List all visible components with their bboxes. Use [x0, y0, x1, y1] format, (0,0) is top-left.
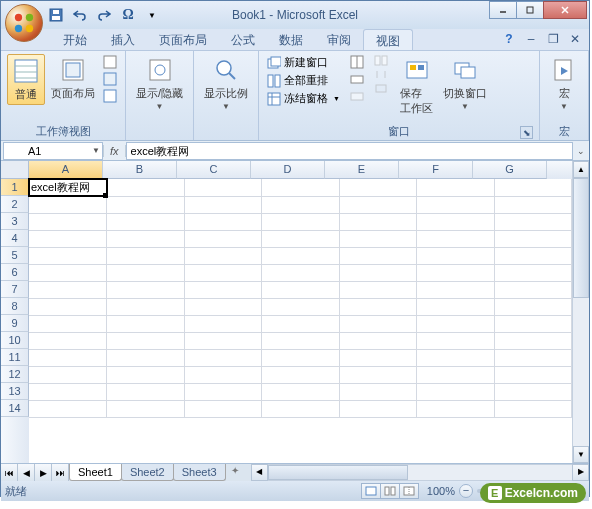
formula-input[interactable]: excel教程网 [126, 142, 573, 160]
next-sheet-icon[interactable]: ▶ [35, 464, 52, 481]
zoom-out-button[interactable]: − [459, 484, 473, 498]
cell[interactable] [494, 349, 572, 366]
cell[interactable] [339, 213, 417, 230]
horizontal-scrollbar[interactable]: ◀ ▶ [251, 464, 589, 481]
cell[interactable] [339, 400, 417, 417]
vertical-scrollbar[interactable]: ▲ ▼ [572, 161, 589, 463]
cell[interactable] [184, 230, 262, 247]
cell[interactable] [417, 366, 495, 383]
cell[interactable] [29, 366, 107, 383]
cell[interactable] [29, 281, 107, 298]
column-header[interactable]: B [103, 161, 177, 179]
cell[interactable] [107, 366, 185, 383]
cell[interactable] [107, 247, 185, 264]
cell[interactable] [494, 383, 572, 400]
sheet-tab[interactable]: Sheet1 [69, 464, 122, 481]
cell[interactable] [107, 383, 185, 400]
undo-icon[interactable] [70, 5, 90, 25]
row-header[interactable]: 7 [1, 281, 29, 298]
doc-close-button[interactable]: ✕ [567, 31, 583, 47]
cell[interactable] [339, 349, 417, 366]
cell[interactable] [339, 298, 417, 315]
cell[interactable] [494, 247, 572, 264]
cell[interactable] [29, 383, 107, 400]
cell[interactable] [417, 298, 495, 315]
row-header[interactable]: 9 [1, 315, 29, 332]
row-header[interactable]: 4 [1, 230, 29, 247]
hide-button[interactable] [348, 71, 366, 87]
tab-review[interactable]: 审阅 [315, 29, 363, 50]
cell[interactable] [262, 196, 340, 213]
scroll-left-icon[interactable]: ◀ [251, 464, 268, 481]
prev-sheet-icon[interactable]: ◀ [18, 464, 35, 481]
cell[interactable] [339, 383, 417, 400]
switch-windows-button[interactable]: 切换窗口 ▼ [439, 54, 491, 113]
cell[interactable] [184, 196, 262, 213]
window-launcher-icon[interactable]: ⬊ [520, 126, 533, 139]
cell[interactable] [262, 315, 340, 332]
column-header[interactable]: E [325, 161, 399, 179]
cell[interactable] [262, 179, 340, 196]
cell[interactable] [29, 264, 107, 281]
cell[interactable] [107, 315, 185, 332]
pagebreak-preview-button[interactable] [101, 54, 119, 70]
help-icon[interactable]: ? [501, 31, 517, 47]
cell[interactable] [184, 400, 262, 417]
office-button[interactable] [5, 4, 43, 42]
pagebreak-statusbtn[interactable] [399, 483, 419, 499]
cell[interactable] [494, 196, 572, 213]
cell[interactable] [339, 230, 417, 247]
select-all-button[interactable] [1, 161, 29, 179]
cell[interactable] [494, 366, 572, 383]
cell[interactable] [29, 349, 107, 366]
zoom-button[interactable]: 显示比例 ▼ [200, 54, 252, 113]
cell[interactable] [494, 281, 572, 298]
normal-view-button[interactable]: 普通 [7, 54, 45, 105]
cell[interactable] [262, 247, 340, 264]
cell[interactable] [417, 281, 495, 298]
doc-restore-button[interactable]: ❐ [545, 31, 561, 47]
sheet-tab[interactable]: Sheet3 [173, 464, 226, 481]
unhide-button[interactable] [348, 88, 366, 104]
cell[interactable] [184, 315, 262, 332]
cells-area[interactable]: excel教程网 [29, 179, 572, 463]
arrange-all-button[interactable]: 全部重排 [265, 72, 342, 89]
cell[interactable] [184, 349, 262, 366]
cell[interactable] [107, 196, 185, 213]
scroll-down-icon[interactable]: ▼ [573, 446, 589, 463]
fullscreen-button[interactable] [101, 88, 119, 104]
cell[interactable] [494, 230, 572, 247]
pagelayout-view-button[interactable]: 页面布局 [47, 54, 99, 103]
column-header[interactable]: A [29, 161, 103, 179]
cell[interactable] [262, 213, 340, 230]
cell[interactable] [107, 264, 185, 281]
name-box[interactable]: A1▼ [3, 142, 103, 160]
cell[interactable] [262, 400, 340, 417]
cell[interactable] [494, 298, 572, 315]
row-header[interactable]: 10 [1, 332, 29, 349]
cell[interactable] [417, 349, 495, 366]
qat-dropdown-icon[interactable]: ▼ [142, 5, 162, 25]
zoom-level[interactable]: 100% [427, 485, 455, 497]
reset-pos-button[interactable] [372, 82, 390, 95]
custom-views-button[interactable] [101, 71, 119, 87]
cell[interactable] [417, 332, 495, 349]
cell[interactable] [417, 230, 495, 247]
tab-data[interactable]: 数据 [267, 29, 315, 50]
sheet-tab[interactable]: Sheet2 [121, 464, 174, 481]
cell[interactable] [107, 298, 185, 315]
row-header[interactable]: 13 [1, 383, 29, 400]
cell[interactable] [184, 366, 262, 383]
cell[interactable] [339, 366, 417, 383]
doc-minimize-button[interactable]: – [523, 31, 539, 47]
cell[interactable] [417, 213, 495, 230]
column-header[interactable]: F [399, 161, 473, 179]
cell[interactable] [494, 315, 572, 332]
cell[interactable] [262, 230, 340, 247]
cell[interactable] [184, 383, 262, 400]
minimize-button[interactable] [489, 1, 517, 19]
tab-home[interactable]: 开始 [51, 29, 99, 50]
cell[interactable] [262, 366, 340, 383]
cell[interactable] [262, 281, 340, 298]
cell[interactable] [339, 281, 417, 298]
